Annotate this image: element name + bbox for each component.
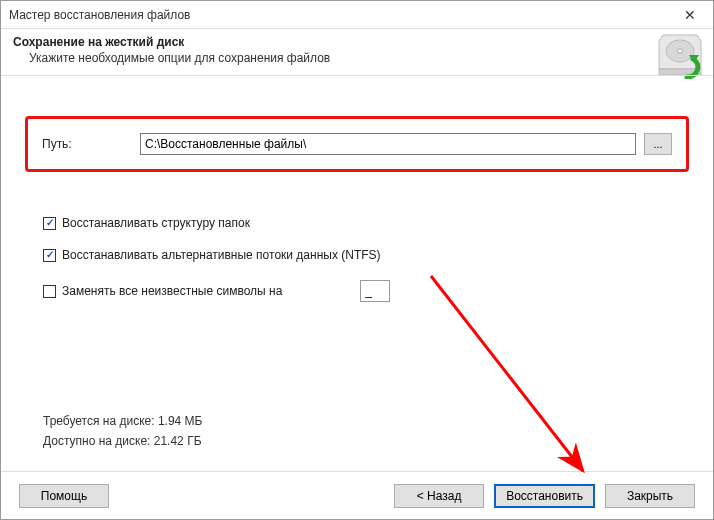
wizard-body: Путь: ... Восстанавливать структуру папо… — [1, 75, 713, 471]
svg-point-3 — [678, 49, 683, 53]
path-input[interactable] — [140, 133, 636, 155]
options-group: Восстанавливать структуру папок Восстана… — [25, 216, 689, 302]
recover-button[interactable]: Восстановить — [494, 484, 595, 508]
disk-available: Доступно на диске: 21.42 ГБ — [43, 431, 202, 451]
hdd-save-icon — [657, 33, 703, 79]
wizard-footer: Помощь < Назад Восстановить Закрыть — [1, 471, 713, 519]
wizard-window: Мастер восстановления файлов ✕ Сохранени… — [0, 0, 714, 520]
close-icon[interactable]: ✕ — [669, 2, 711, 28]
restore-streams-label: Восстанавливать альтернативные потоки да… — [62, 248, 381, 262]
path-highlight-box: Путь: ... — [25, 116, 689, 172]
restore-structure-checkbox[interactable] — [43, 217, 56, 230]
replace-unknown-label: Заменять все неизвестные символы на — [62, 284, 282, 298]
browse-button[interactable]: ... — [644, 133, 672, 155]
wizard-header: Сохранение на жесткий диск Укажите необх… — [1, 29, 713, 75]
page-title: Сохранение на жесткий диск — [13, 35, 701, 49]
window-title: Мастер восстановления файлов — [9, 8, 669, 22]
titlebar: Мастер восстановления файлов ✕ — [1, 1, 713, 29]
replace-char-input[interactable] — [360, 280, 390, 302]
disk-required: Требуется на диске: 1.94 МБ — [43, 411, 202, 431]
back-button[interactable]: < Назад — [394, 484, 484, 508]
help-button[interactable]: Помощь — [19, 484, 109, 508]
path-label: Путь: — [42, 137, 132, 151]
option-replace-unknown: Заменять все неизвестные символы на — [43, 280, 689, 302]
restore-streams-checkbox[interactable] — [43, 249, 56, 262]
replace-unknown-checkbox[interactable] — [43, 285, 56, 298]
disk-info: Требуется на диске: 1.94 МБ Доступно на … — [43, 411, 202, 451]
option-restore-streams: Восстанавливать альтернативные потоки да… — [43, 248, 689, 262]
page-subtitle: Укажите необходимые опции для сохранения… — [13, 49, 701, 65]
option-restore-structure: Восстанавливать структуру папок — [43, 216, 689, 230]
close-button[interactable]: Закрыть — [605, 484, 695, 508]
restore-structure-label: Восстанавливать структуру папок — [62, 216, 250, 230]
